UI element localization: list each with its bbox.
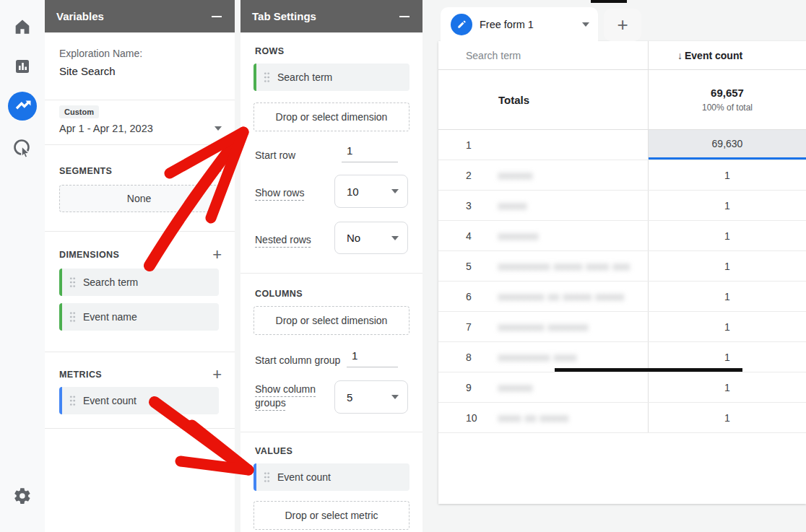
start-row-input[interactable]: 1	[342, 144, 398, 162]
table-row[interactable]: 7 xxxxxxxx xxxxxxx 1	[438, 312, 806, 342]
row-value[interactable]: 1	[649, 191, 806, 220]
columns-dropzone-label: Drop or select dimension	[276, 315, 388, 326]
row-term: xxxxxxxx xx xxxxx xxxxx	[498, 291, 625, 302]
add-segment-icon[interactable]: +	[212, 165, 222, 178]
start-row-label: Start row	[255, 149, 295, 161]
drag-handle-icon[interactable]	[264, 71, 270, 83]
row-rank: 4	[438, 230, 498, 242]
rows-dropzone-label: Drop or select dimension	[276, 111, 388, 123]
row-rank: 9	[438, 382, 498, 393]
row-value[interactable]: 1	[649, 342, 806, 372]
row-value[interactable]: 1	[649, 251, 806, 281]
divider	[45, 231, 235, 232]
variables-panel-title: Variables	[56, 10, 104, 22]
metric-chip-event-count[interactable]: Event count	[59, 387, 219, 414]
row-rank: 7	[438, 321, 498, 333]
table-row[interactable]: 8 xxxxxxxxx xxxx 1	[438, 342, 806, 372]
start-column-group-input[interactable]: 1	[347, 349, 398, 367]
row-rank: 5	[438, 261, 498, 272]
table-row[interactable]: 5 xxxxxxxxx xxxxx xxxx xxx 1	[438, 251, 806, 282]
segments-empty-dropzone[interactable]: None	[59, 185, 219, 212]
chevron-down-icon	[391, 189, 399, 193]
row-term: xxxxxxxx xxxxxxx	[498, 321, 589, 333]
drag-handle-icon[interactable]	[69, 311, 76, 323]
row-value[interactable]: 1	[649, 372, 806, 402]
table-row[interactable]: 3 xxxxx 1	[438, 191, 806, 221]
minimize-icon[interactable]	[212, 16, 222, 17]
rows-dropzone[interactable]: Drop or select dimension	[254, 103, 410, 131]
values-chip-event-count[interactable]: Event count	[254, 463, 410, 491]
variables-panel: Variables Exploration Name: Site Search …	[45, 0, 235, 532]
table-body: 1 69,630 2 xxxxxx 1 3 xxxxx 1 4 xxxxxxx …	[438, 130, 806, 433]
nav-rail	[0, 0, 45, 532]
row-value[interactable]: 69,630	[649, 130, 806, 160]
tab-settings-title: Tab Settings	[252, 10, 316, 22]
table-row[interactable]: 6 xxxxxxxx xx xxxxx xxxxx 1	[438, 282, 806, 312]
dimension-chip-event-name[interactable]: Event name	[59, 303, 219, 331]
tab-settings-panel: Tab Settings ROWS Search term Drop or se…	[240, 0, 422, 532]
chip-label: Event count	[277, 471, 331, 483]
nested-rows-select[interactable]: No	[334, 222, 408, 254]
columns-dropzone[interactable]: Drop or select dimension	[254, 306, 410, 335]
explore-icon[interactable]	[7, 91, 38, 121]
show-column-groups-select[interactable]: 5	[334, 380, 408, 414]
chip-label: Event name	[83, 311, 137, 323]
table-row[interactable]: 1 69,630	[438, 130, 806, 160]
values-dropzone[interactable]: Drop or select metric	[254, 501, 410, 530]
tab-free-form-1[interactable]: Free form 1	[441, 7, 598, 41]
chevron-down-icon[interactable]	[582, 22, 589, 27]
row-value[interactable]: 1	[649, 403, 806, 432]
drag-handle-icon[interactable]	[69, 276, 76, 288]
drag-handle-icon[interactable]	[69, 395, 76, 406]
table-row[interactable]: 9 xxxxxx 1	[438, 372, 806, 403]
chevron-down-icon	[391, 395, 399, 399]
add-dimension-icon[interactable]: +	[212, 248, 222, 261]
row-term: xxxx xx xxxxx	[498, 412, 569, 424]
start-column-group-label: Start column group	[255, 354, 340, 366]
dimensions-label: DIMENSIONS	[59, 250, 119, 260]
table-row[interactable]: 2 xxxxxx 1	[438, 160, 806, 191]
nested-rows-label: Nested rows	[255, 233, 311, 247]
values-section-label: VALUES	[255, 446, 292, 456]
column-header-event-count[interactable]: ↓ Event count	[649, 41, 806, 69]
divider	[45, 144, 235, 145]
divider	[240, 432, 422, 432]
chevron-down-icon	[391, 236, 399, 240]
row-value[interactable]: 1	[649, 221, 806, 250]
row-term: xxxxxxx	[498, 230, 539, 242]
row-value[interactable]: 1	[649, 282, 806, 311]
table-row[interactable]: 4 xxxxxxx 1	[438, 221, 806, 251]
add-metric-icon[interactable]: +	[212, 368, 222, 381]
row-term: xxxxx	[498, 200, 527, 212]
rows-chip-search-term[interactable]: Search term	[254, 64, 410, 91]
row-rank: 8	[438, 352, 498, 363]
dimension-chip-search-term[interactable]: Search term	[59, 269, 219, 296]
reports-icon[interactable]	[7, 51, 38, 82]
show-column-groups-value: 5	[347, 391, 352, 404]
date-range-selector[interactable]: Apr 1 - Apr 21, 2023	[59, 123, 222, 134]
chip-label: Event count	[83, 395, 136, 406]
row-term: xxxxxx	[498, 170, 533, 181]
show-rows-select[interactable]: 10	[334, 175, 408, 208]
nested-rows-value: No	[347, 232, 360, 244]
metrics-label: METRICS	[59, 370, 102, 380]
row-rank: 2	[438, 170, 498, 181]
drag-handle-icon[interactable]	[264, 471, 270, 483]
table-header-row: Search term ↓ Event count	[438, 41, 806, 70]
edit-pencil-icon	[451, 14, 472, 35]
advertising-icon[interactable]	[7, 134, 38, 165]
rows-section-label: ROWS	[255, 46, 285, 56]
chip-label: Search term	[83, 276, 138, 288]
add-tab-button[interactable]: +	[604, 9, 641, 41]
black-dash-top	[591, 0, 627, 3]
home-icon[interactable]	[7, 12, 38, 42]
settings-gear-icon[interactable]	[7, 481, 38, 511]
row-term: xxxxxxxxx xxxx	[498, 352, 577, 363]
segments-empty-label: None	[127, 193, 151, 204]
column-header-search-term[interactable]: Search term	[438, 41, 649, 69]
minimize-icon[interactable]	[399, 16, 410, 17]
row-value[interactable]: 1	[649, 312, 806, 341]
table-row[interactable]: 10 xxxx xx xxxxx 1	[438, 403, 806, 433]
row-value[interactable]: 1	[649, 160, 806, 190]
exploration-name-value[interactable]: Site Search	[59, 65, 116, 77]
